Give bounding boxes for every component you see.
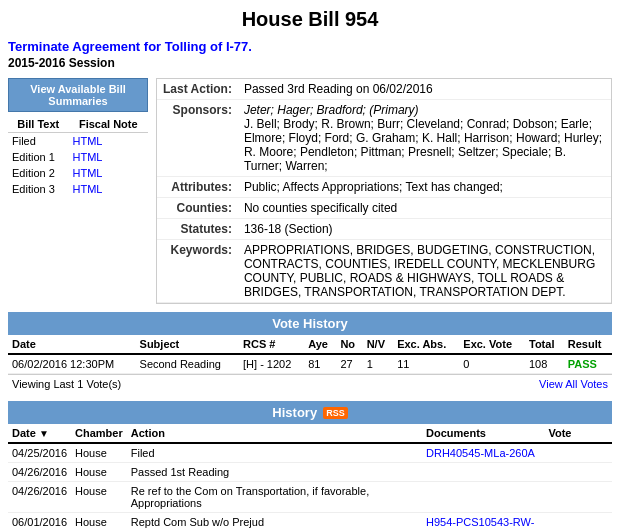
vote-subject-col: Subject <box>136 335 239 354</box>
history-title: History <box>272 405 317 420</box>
vote-total-col: Total <box>525 335 564 354</box>
details-panel: Last Action: Passed 3rd Reading on 06/02… <box>156 78 612 304</box>
hist-row-action: Filed <box>127 443 422 463</box>
vote-rcs-col: RCS # <box>239 335 304 354</box>
last-action-value: Passed 3rd Reading on 06/02/2016 <box>238 79 611 100</box>
vote-aye-col: Aye <box>304 335 336 354</box>
edition1-label: Edition 1 <box>8 149 69 165</box>
edition3-label: Edition 3 <box>8 181 69 197</box>
hist-chamber-col: Chamber <box>71 424 127 443</box>
edition3-link[interactable]: HTML <box>73 183 103 195</box>
vote-history-header: Vote History <box>8 312 612 335</box>
vote-excvote-col: Exc. Vote <box>459 335 525 354</box>
vote-history-section: Vote History Date Subject RCS # Aye No N… <box>8 312 612 393</box>
rss-icon[interactable]: RSS <box>323 407 348 419</box>
vote-nv-col: N/V <box>363 335 394 354</box>
edition-filed-label: Filed <box>8 133 69 150</box>
hist-action-col: Action <box>127 424 422 443</box>
hist-row-doc <box>422 463 544 482</box>
vote-result-col: Result <box>564 335 612 354</box>
vote-row-nv: 1 <box>363 354 394 374</box>
vote-row-excabs: 11 <box>393 354 459 374</box>
history-section: History RSS Date ▼ Chamber Action Docume… <box>8 401 612 528</box>
keywords-label: Keywords: <box>157 240 238 303</box>
edition-filed-row: Filed HTML <box>8 133 148 150</box>
hist-doc-link[interactable]: H954-PCS10543-RW-60 <box>426 516 534 528</box>
statutes-value: 136-18 (Section) <box>238 219 611 240</box>
statutes-label: Statutes: <box>157 219 238 240</box>
history-header: History RSS <box>8 401 612 424</box>
sponsors-label: Sponsors: <box>157 100 238 177</box>
keywords-value: APPROPRIATIONS, BRIDGES, BUDGETING, CONS… <box>238 240 611 303</box>
edition-filed-link[interactable]: HTML <box>73 135 103 147</box>
bill-title: Terminate Agreement for Tolling of I-77. <box>8 39 612 54</box>
hist-row-action: Re ref to the Com on Transportation, if … <box>127 482 422 513</box>
hist-row-chamber: House <box>71 513 127 529</box>
hist-row-chamber: House <box>71 482 127 513</box>
attributes-value: Public; Affects Appropriations; Text has… <box>238 177 611 198</box>
fiscal-note-col-header: Fiscal Note <box>69 116 148 133</box>
hist-row-action: Passed 1st Reading <box>127 463 422 482</box>
vote-row-result: PASS <box>564 354 612 374</box>
hist-row-doc[interactable]: DRH40545-MLa-260A <box>422 443 544 463</box>
hist-row-vote <box>544 482 612 513</box>
edition2-link[interactable]: HTML <box>73 167 103 179</box>
edition1-link[interactable]: HTML <box>73 151 103 163</box>
vote-row-rcs: [H] - 1202 <box>239 354 304 374</box>
vote-excabs-col: Exc. Abs. <box>393 335 459 354</box>
hist-row-doc[interactable]: H954-PCS10543-RW-60 <box>422 513 544 529</box>
last-action-label: Last Action: <box>157 79 238 100</box>
hist-row-action: Reptd Com Sub w/o Prejud <box>127 513 422 529</box>
counties-row: Counties: No counties specifically cited <box>157 198 611 219</box>
sponsors-value: Jeter; Hager; Bradford; (Primary) J. Bel… <box>238 100 611 177</box>
statutes-row: Statutes: 136-18 (Section) <box>157 219 611 240</box>
sponsors-row: Sponsors: Jeter; Hager; Bradford; (Prima… <box>157 100 611 177</box>
edition2-label: Edition 2 <box>8 165 69 181</box>
edition1-row: Edition 1 HTML <box>8 149 148 165</box>
vote-row-excvote: 0 <box>459 354 525 374</box>
vote-row-date: 06/02/2016 12:30PM <box>8 354 136 374</box>
bill-text-col-header: Bill Text <box>8 116 69 133</box>
vote-date-col: Date <box>8 335 136 354</box>
hist-row-date: 04/25/2016 <box>8 443 71 463</box>
hist-row-doc <box>422 482 544 513</box>
view-all-votes-link[interactable]: View All Votes <box>539 378 608 390</box>
vote-row: 06/02/2016 12:30PM Second Reading [H] - … <box>8 354 612 374</box>
keywords-row: Keywords: APPROPRIATIONS, BRIDGES, BUDGE… <box>157 240 611 303</box>
hist-row-chamber: House <box>71 463 127 482</box>
vote-row-aye: 81 <box>304 354 336 374</box>
view-summaries-button[interactable]: View Available Bill Summaries <box>8 78 148 112</box>
sort-icon: ▼ <box>39 428 49 439</box>
hist-row-date: 04/26/2016 <box>8 482 71 513</box>
counties-label: Counties: <box>157 198 238 219</box>
hist-date-col[interactable]: Date ▼ <box>8 424 71 443</box>
vote-row-total: 108 <box>525 354 564 374</box>
edition3-row: Edition 3 HTML <box>8 181 148 197</box>
edition2-row: Edition 2 HTML <box>8 165 148 181</box>
last-action-row: Last Action: Passed 3rd Reading on 06/02… <box>157 79 611 100</box>
hist-vote-col: Vote <box>544 424 612 443</box>
history-row: 06/01/2016HouseReptd Com Sub w/o PrejudH… <box>8 513 612 529</box>
vote-row-no: 27 <box>336 354 362 374</box>
counties-value: No counties specifically cited <box>238 198 611 219</box>
vote-row-subject: Second Reading <box>136 354 239 374</box>
other-sponsors: J. Bell; Brody; R. Brown; Burr; Clevelan… <box>244 117 602 173</box>
history-row: 04/26/2016HouseRe ref to the Com on Tran… <box>8 482 612 513</box>
primary-sponsors: Jeter; Hager; Bradford; (Primary) <box>244 103 419 117</box>
page-title: House Bill 954 <box>8 8 612 31</box>
hist-row-vote <box>544 513 612 529</box>
vote-no-col: No <box>336 335 362 354</box>
attributes-label: Attributes: <box>157 177 238 198</box>
left-panel: View Available Bill Summaries Bill Text … <box>8 78 148 304</box>
hist-row-vote <box>544 463 612 482</box>
hist-docs-col: Documents <box>422 424 544 443</box>
hist-row-vote <box>544 443 612 463</box>
viewing-row: Viewing Last 1 Vote(s) View All Votes <box>8 374 612 393</box>
hist-row-chamber: House <box>71 443 127 463</box>
hist-row-date: 04/26/2016 <box>8 463 71 482</box>
attributes-row: Attributes: Public; Affects Appropriatio… <box>157 177 611 198</box>
hist-doc-link[interactable]: DRH40545-MLa-260A <box>426 447 535 459</box>
session-label: 2015-2016 Session <box>8 56 612 70</box>
viewing-label: Viewing Last 1 Vote(s) <box>12 378 121 390</box>
history-row: 04/26/2016HousePassed 1st Reading <box>8 463 612 482</box>
